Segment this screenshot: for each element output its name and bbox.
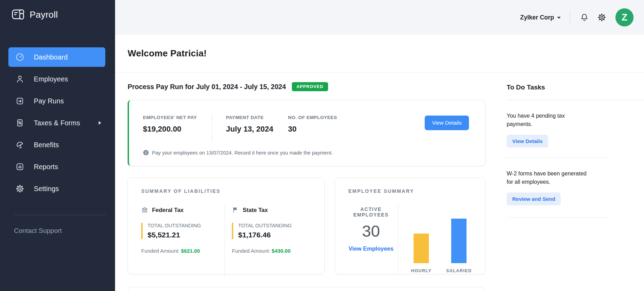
contact-support-link[interactable]: Contact Support: [14, 227, 62, 235]
sidebar-item-reports[interactable]: Reports: [8, 157, 105, 176]
view-employees-link[interactable]: View Employees: [348, 245, 393, 252]
stat-label: EMPLOYEES' NET PAY: [143, 115, 212, 120]
federal-outstanding: TOTAL OUTSTANDING $5,521.21: [141, 223, 225, 239]
stat-net-pay: EMPLOYEES' NET PAY $19,200.00: [143, 115, 212, 134]
dashboard-icon: [15, 53, 24, 62]
sidebar-item-dashboard[interactable]: Dashboard: [8, 47, 105, 67]
federal-funded: Funded Amount:$621.00: [141, 248, 225, 254]
federal-tax-block: Federal Tax TOTAL OUTSTANDING $5,521.21 …: [141, 206, 225, 277]
task-text: W-2 forms have been generated for all em…: [507, 170, 594, 186]
employee-summary-row: ACTIVE EMPLOYEES 30 View Employees HOURL…: [348, 204, 472, 273]
active-employees-block: ACTIVE EMPLOYEES 30 View Employees: [348, 204, 394, 273]
sidebar-nav: Dashboard Employees Pay Runs Taxes & For…: [8, 47, 105, 201]
liability-name: State Tax: [243, 207, 268, 213]
active-employees-label: ACTIVE EMPLOYEES: [348, 206, 394, 218]
payrun-note: i Pay your employees on 13/07/2024. Reco…: [129, 150, 485, 156]
employee-summary-title: EMPLOYEE SUMMARY: [348, 188, 472, 194]
federal-tax-header: Federal Tax: [141, 206, 225, 213]
stat-label: NO. OF EMPLOYEES: [288, 115, 337, 120]
sidebar-item-label: Dashboard: [34, 53, 68, 61]
salaried-bar-group: SALARIED: [446, 219, 472, 273]
avatar[interactable]: Z: [615, 8, 634, 26]
summary-cards-row: SUMMARY OF LIABILITIES Federal Tax TOTAL…: [128, 178, 485, 274]
sidebar: Payroll Dashboard Employees Pay Runs: [0, 0, 115, 291]
todo-panel: To Do Tasks You have 4 pending tax payme…: [507, 72, 644, 218]
sidebar-item-label: Reports: [34, 163, 58, 171]
employee-summary-card: EMPLOYEE SUMMARY ACTIVE EMPLOYEES 30 Vie…: [335, 178, 485, 274]
bank-icon: [141, 206, 148, 213]
task-text: You have 4 pending tax payments.: [507, 112, 583, 128]
app-root: Payroll Dashboard Employees Pay Runs: [0, 0, 644, 291]
hourly-bar-group: HOURLY: [411, 234, 432, 273]
hourly-label: HOURLY: [411, 268, 432, 273]
payrun-heading: Process Pay Run for July 01, 2024 - July…: [128, 83, 286, 91]
payrun-card: EMPLOYEES' NET PAY $19,200.00 PAYMENT DA…: [128, 100, 485, 166]
todo-title: To Do Tasks: [507, 84, 644, 91]
bell-icon: [580, 13, 589, 22]
employee-type-bar-chart: HOURLY SALARIED: [411, 204, 472, 273]
todo-task-pending-taxes: You have 4 pending tax payments. View De…: [507, 112, 644, 148]
liabilities-row: Federal Tax TOTAL OUTSTANDING $5,521.21 …: [141, 206, 311, 277]
chevron-right-icon: [99, 121, 101, 125]
taxes-forms-icon: [15, 118, 24, 127]
funded-label: Funded Amount:: [232, 248, 270, 254]
state-outstanding: TOTAL OUTSTANDING $1,176.46: [232, 223, 291, 239]
flag-icon: [232, 206, 239, 213]
welcome-bar: Welcome Patricia!: [115, 35, 644, 72]
todo-divider: [507, 100, 644, 100]
sidebar-item-label: Taxes & Forms: [34, 119, 80, 127]
settings-icon: [15, 184, 24, 193]
sidebar-item-employees[interactable]: Employees: [8, 69, 105, 89]
app-title: Payroll: [30, 9, 58, 20]
sidebar-item-settings[interactable]: Settings: [8, 179, 105, 198]
info-icon: i: [143, 150, 149, 156]
sidebar-item-taxes-forms[interactable]: Taxes & Forms: [8, 113, 105, 133]
sidebar-item-benefits[interactable]: Benefits: [8, 135, 105, 155]
status-badge: APPROVED: [292, 82, 328, 91]
sidebar-item-pay-runs[interactable]: Pay Runs: [8, 91, 105, 111]
gear-icon: [597, 13, 606, 22]
sidebar-item-label: Settings: [34, 185, 59, 193]
notifications-button[interactable]: [578, 11, 590, 23]
stat-value: $19,200.00: [143, 125, 212, 134]
liability-name: Federal Tax: [152, 207, 183, 213]
stat-label: PAYMENT DATE: [226, 115, 288, 120]
employee-summary-divider: [398, 204, 398, 273]
salaried-label: SALARIED: [446, 268, 472, 273]
todo-divider: [507, 217, 607, 218]
stat-employee-count: NO. OF EMPLOYEES 30: [288, 115, 337, 134]
sidebar-item-label: Employees: [34, 75, 68, 83]
task-view-details-button[interactable]: View Details: [507, 135, 548, 148]
pay-runs-icon: [15, 96, 24, 105]
payrun-heading-row: Process Pay Run for July 01, 2024 - July…: [128, 82, 485, 91]
payrun-stats: EMPLOYEES' NET PAY $19,200.00 PAYMENT DA…: [129, 100, 485, 141]
settings-button[interactable]: [596, 11, 608, 23]
view-details-button[interactable]: View Details: [425, 116, 469, 130]
chevron-down-icon: [557, 17, 561, 19]
salaried-bar: [451, 219, 467, 263]
stats-divider: [212, 114, 212, 141]
page-title: Welcome Patricia!: [128, 48, 207, 59]
funded-amount: $430.00: [272, 248, 290, 254]
sidebar-divider: [14, 215, 106, 215]
top-header: Zylker Corp Z: [115, 0, 644, 35]
active-employees-count: 30: [348, 223, 394, 239]
org-switcher[interactable]: Zylker Corp: [520, 14, 561, 21]
liabilities-card: SUMMARY OF LIABILITIES Federal Tax TOTAL…: [128, 178, 325, 274]
header-divider: [570, 11, 570, 24]
outstanding-label: TOTAL OUTSTANDING: [238, 223, 291, 228]
org-name: Zylker Corp: [520, 14, 554, 21]
liabilities-title: SUMMARY OF LIABILITIES: [141, 188, 311, 194]
state-funded: Funded Amount:$430.00: [232, 248, 291, 254]
task-review-send-button[interactable]: Review and Send: [507, 192, 561, 205]
outstanding-amount: $5,521.21: [147, 231, 225, 239]
sidebar-item-label: Pay Runs: [34, 97, 64, 105]
outstanding-amount: $1,176.46: [238, 231, 291, 239]
app-logo: Payroll: [11, 7, 58, 22]
hourly-bar: [414, 234, 429, 263]
main-content: Welcome Patricia! Process Pay Run for Ju…: [115, 35, 644, 291]
payrun-note-text: Pay your employees on 13/07/2024. Record…: [152, 150, 333, 156]
reports-icon: [15, 162, 24, 171]
todo-divider: [507, 157, 607, 158]
funded-label: Funded Amount:: [141, 248, 180, 254]
